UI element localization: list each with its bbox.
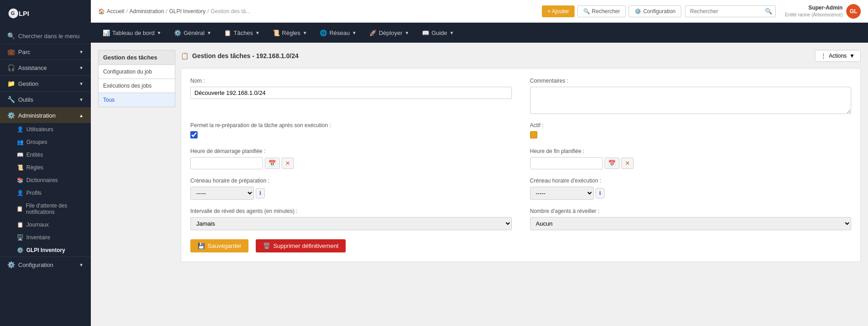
nav-regles[interactable]: 📜 Règles ▼ [266,23,313,43]
creneau-prep-label: Créneau horaire de préparation : [190,178,512,184]
sidebar-sub-journaux[interactable]: 📋 Journaux [0,218,91,231]
sidebar-sub-inventaire[interactable]: 🖥️ Inventaire [0,231,91,244]
left-menu-tous[interactable]: Tous [98,93,175,107]
left-menu-config-job[interactable]: Configuration du job [98,65,175,79]
nav-taches[interactable]: 📋 Tâches ▼ [218,23,266,43]
search-top-icon: 🔍 [583,8,590,15]
commentaires-textarea[interactable] [530,87,852,114]
breadcrumb-glpi-inventory[interactable]: GLPI Inventory [169,8,205,15]
avatar[interactable]: GL [846,4,861,19]
nav-taches-arrow: ▼ [255,30,260,35]
creneau-exec-info-btn[interactable]: ℹ [595,188,605,198]
config-button[interactable]: ⚙️ Configuration [629,5,681,17]
actif-label: Actif : [530,122,852,128]
actions-arrow: ▼ [849,53,855,59]
form-group-intervalle: Intervalle de réveil des agents (en minu… [190,208,512,230]
breadcrumb-sep1: / [126,8,128,15]
sidebar-sub-profils[interactable]: 👤 Profils [0,187,91,199]
search-menu[interactable]: 🔍 Chercher dans le menu [0,28,91,44]
sidebar-sub-groupes[interactable]: 👥 Groupes [0,136,91,148]
nav-deployer-icon: 🚀 [369,30,377,36]
heure-fin-clear-btn[interactable]: ✕ [621,158,634,169]
commentaires-label: Commentaires : [530,78,852,84]
form-row-5: Intervalle de réveil des agents (en minu… [190,208,851,230]
heure-demarrage-input[interactable] [190,157,263,169]
administration-icon: ⚙️ [7,112,15,119]
sidebar-section-parc: 💼 Parc ▼ [0,44,91,59]
sidebar-item-configuration[interactable]: ⚙️ Configuration ▼ [0,257,91,272]
nav-general-icon: ⚙️ [174,30,181,36]
sidebar-item-gestion[interactable]: 📁 Gestion ▼ [0,76,91,91]
form-group-re-preparation: Permet la re-préparation de la tâche apr… [190,122,512,140]
sidebar-item-parc[interactable]: 💼 Parc ▼ [0,44,91,59]
creneau-prep-select[interactable]: ----- Option 1 Option 2 [190,187,254,200]
delete-button[interactable]: 🗑️ Supprimer définitivement [256,239,346,252]
nav-regles-icon: 📜 [273,30,280,36]
nav-deployer[interactable]: 🚀 Déployer ▼ [363,23,416,43]
re-preparation-label: Permet la re-préparation de la tâche apr… [190,122,512,128]
sidebar-sub-entites[interactable]: 📖 Entités [0,148,91,161]
search-input[interactable] [685,5,776,17]
add-button[interactable]: + Ajouter [542,5,575,17]
logo: G LPI [0,0,91,28]
sidebar-item-outils[interactable]: 🔧 Outils ▼ [0,92,91,107]
form-row-3: Heure de démarrage planifiée : 📅 ✕ Heure… [190,148,851,169]
nom-input[interactable] [190,87,512,99]
nav-deployer-arrow: ▼ [405,30,409,35]
heure-fin-group: 📅 ✕ [530,157,852,169]
nombre-agents-label: Nombre d'agents à réveiller : [530,208,852,214]
breadcrumb-sep2: / [166,8,167,15]
heure-fin-calendar-btn[interactable]: 📅 [605,158,620,169]
form-group-nom: Nom : [190,78,512,114]
heure-demarrage-label: Heure de démarrage planifiée : [190,148,512,154]
nav-general[interactable]: ⚙️ Général ▼ [168,23,218,43]
intervalle-select[interactable]: Jamais 5 10 15 30 60 [190,217,512,230]
sidebar-sub-regles[interactable]: 📜 Règles [0,161,91,174]
heure-demarrage-clear-btn[interactable]: ✕ [282,158,294,169]
utilisateurs-icon: 👤 [16,126,24,133]
breadcrumb-accueil[interactable]: Accueil [107,8,124,15]
nav-guide[interactable]: 📖 Guide ▼ [416,23,461,43]
form-row-4: Créneau horaire de préparation : ----- O… [190,178,851,200]
creneau-exec-select[interactable]: ----- Option 1 Option 2 [530,187,594,200]
nav-tableau-bord-arrow: ▼ [157,30,161,35]
right-panel: 📋 Gestion des tâches - 192.168.1.0/24 ⋮ … [181,50,861,319]
creneau-prep-info-btn[interactable]: ℹ [256,188,265,198]
outils-arrow: ▼ [79,97,84,102]
sidebar-item-assistance[interactable]: 🎧 Assistance ▼ [0,60,91,75]
user-info: Super-Admin Entité racine (Arborescence) [785,5,843,18]
breadcrumb-administration[interactable]: Administration [129,8,164,15]
heure-fin-label: Heure de fin planifiée : [530,148,852,154]
save-button[interactable]: 💾 Sauvegarder [190,239,248,252]
left-menu-executions[interactable]: Exécutions des jobs [98,79,175,93]
configuration-arrow: ▼ [79,262,84,267]
profils-icon: 👤 [16,190,24,196]
sidebar-item-administration[interactable]: ⚙️ Administration ▲ [0,108,91,123]
re-preparation-checkbox[interactable] [190,131,198,138]
sidebar-sub-glpi-inventory[interactable]: ⚙️ GLPI Inventory [0,244,91,257]
heure-fin-input[interactable] [530,157,603,169]
sidebar-sub-utilisateurs[interactable]: 👤 Utilisateurs [0,123,91,136]
main-content: 🏠 Accueil / Administration / GLPI Invent… [91,0,868,326]
sidebar-sub-file-attente[interactable]: 📋 File d'attente des notifications [0,199,91,218]
sidebar-section-outils: 🔧 Outils ▼ [0,91,91,107]
creneau-prep-group: ----- Option 1 Option 2 ℹ [190,187,512,200]
user-name: Super-Admin [785,5,843,12]
sidebar: G LPI 🔍 Chercher dans le menu 💼 Parc ▼ 🎧… [0,0,91,326]
svg-text:G: G [11,11,15,16]
heure-demarrage-calendar-btn[interactable]: 📅 [265,158,280,169]
assistance-icon: 🎧 [7,64,15,71]
actions-icon: ⋮ [821,53,826,59]
form-group-creneau-exec: Créneau horaire d'exécution : ----- Opti… [530,178,852,200]
search-button[interactable]: 🔍 Rechercher [577,5,626,17]
sidebar-sub-dictionnaires[interactable]: 📚 Dictionnaires [0,174,91,187]
assistance-arrow: ▼ [79,65,84,70]
actions-button[interactable]: ⋮ Actions ▼ [815,50,861,62]
nombre-agents-select[interactable]: Aucun 1 2 5 10 [530,217,852,230]
topbar-search: 🔍 [685,5,776,17]
search-icon: 🔍 [7,32,15,40]
user-entity: Entité racine (Arborescence) [785,12,843,18]
nav-reseau[interactable]: 🌐 Réseau ▼ [313,23,363,43]
form-group-heure-demarrage: Heure de démarrage planifiée : 📅 ✕ [190,148,512,169]
nav-tableau-bord[interactable]: 📊 Tableau de bord ▼ [96,23,168,43]
